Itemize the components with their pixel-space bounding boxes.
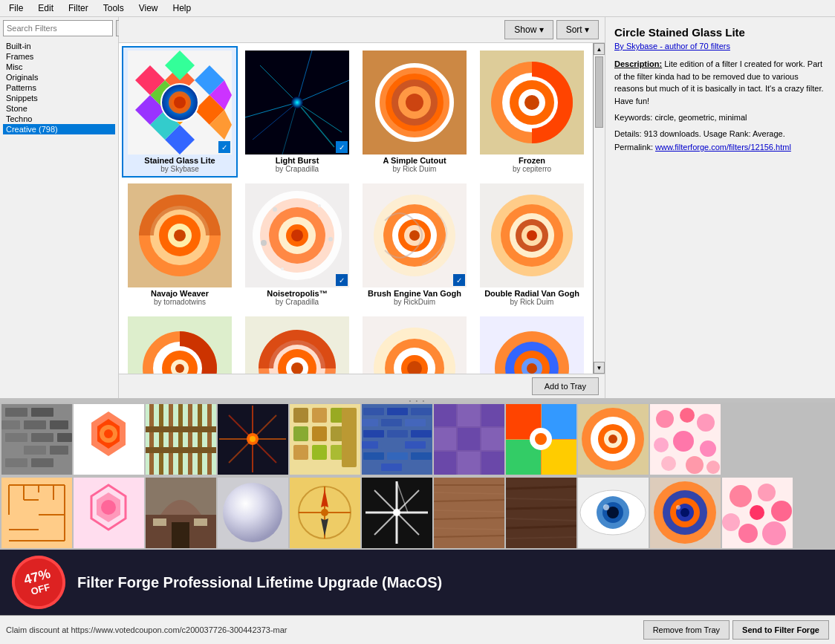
svg-rect-143	[363, 408, 384, 415]
filter-name-frozen: Frozen	[519, 156, 545, 165]
filter-grid-scroll[interactable]: ✓ Stained Glass Lite by Skybase	[119, 43, 593, 374]
tray-item-dark-burst[interactable]	[218, 404, 288, 475]
bottom-bar: Claim discount at https://www.votedcoupo…	[0, 615, 835, 644]
svg-point-55	[328, 237, 333, 241]
tray-item-purple[interactable]	[434, 404, 504, 475]
tray-item-floral[interactable]	[722, 478, 793, 548]
filter-author-noisetropolis: by Crapadilla	[276, 298, 319, 306]
filter-toolbar: Show ▾ Sort ▾	[119, 17, 605, 43]
category-creative[interactable]: Creative (798)	[3, 124, 115, 134]
filter-thumb-navajo	[128, 183, 232, 287]
tray-item-eye-ring[interactable]	[650, 478, 721, 548]
menu-file[interactable]: File	[3, 1, 29, 15]
tray-item-colorful[interactable]	[506, 404, 576, 475]
tray-item-wood[interactable]	[434, 478, 504, 548]
svg-point-257	[676, 505, 680, 510]
svg-rect-159	[381, 464, 402, 471]
svg-rect-156	[387, 452, 408, 460]
filter-item-row3-2[interactable]: Glass Balls by someone	[239, 312, 355, 374]
category-patterns[interactable]: Patterns	[3, 82, 115, 93]
filter-item-noisetropolis[interactable]: ✓ Noisetropolis™ by Crapadilla	[239, 179, 355, 310]
svg-rect-121	[207, 404, 212, 475]
tray-item-hex-pink[interactable]	[74, 478, 144, 548]
tray-item-hex-orange[interactable]	[74, 404, 144, 475]
detail-description: Description: Lite edition of a filter I …	[614, 58, 826, 107]
filter-item-double-radial[interactable]: Double Radial Van Gogh by Rick Duim	[474, 179, 590, 310]
svg-point-94	[527, 363, 537, 374]
scroll-up-button[interactable]: ▲	[594, 43, 605, 55]
details-label: Details:	[614, 129, 642, 138]
menu-filter[interactable]: Filter	[62, 1, 94, 15]
filter-item-row3-3[interactable]: Brush Van Gogh by RickDuim	[357, 312, 472, 374]
svg-rect-165	[434, 428, 456, 450]
svg-rect-96	[5, 408, 27, 417]
filter-author-cutout: by Rick Duim	[393, 165, 437, 173]
filter-grid-area: ✓ Stained Glass Lite by Skybase	[119, 43, 605, 374]
filter-thumb-row3-3	[363, 316, 467, 374]
tray-item-flowers[interactable]	[650, 404, 721, 475]
menu-edit[interactable]: Edit	[32, 1, 59, 15]
filter-item-brush-van-gogh[interactable]: ✓ Brush Engine Van Gogh by RickDuim	[357, 179, 472, 310]
tray-item-brick-blue[interactable]	[362, 404, 432, 475]
svg-point-130	[250, 436, 256, 442]
svg-point-30	[406, 94, 423, 111]
tray-item-maze[interactable]	[1, 478, 72, 548]
permalink-link[interactable]: www.filterforge.com/filters/12156.html	[655, 143, 791, 152]
tray-item-wood-dark[interactable]	[506, 478, 576, 548]
svg-rect-151	[411, 430, 432, 438]
category-frames[interactable]: Frames	[3, 51, 115, 62]
filter-item-stained-glass[interactable]: ✓ Stained Glass Lite by Skybase	[122, 46, 238, 178]
filter-item-cutout[interactable]: A Simple Cutout by Rick Duim	[357, 46, 472, 178]
svg-rect-167	[481, 428, 504, 450]
svg-rect-99	[24, 420, 46, 429]
category-originals[interactable]: Originals	[3, 72, 115, 82]
filter-item-navajo[interactable]: Navajo Weaver by tornadotwins	[122, 179, 238, 310]
tray-item-mosaic[interactable]	[290, 404, 360, 475]
add-to-tray-button[interactable]: Add to Tray	[532, 377, 599, 395]
svg-point-44	[174, 230, 186, 241]
svg-rect-146	[362, 419, 378, 426]
tray-item-brick[interactable]	[1, 404, 72, 475]
tray-item-arch[interactable]	[146, 478, 216, 548]
svg-point-260	[758, 484, 776, 501]
tray-item-ring-photo[interactable]	[578, 404, 649, 475]
svg-rect-120	[198, 404, 202, 475]
remove-from-tray-button[interactable]: Remove from Tray	[643, 620, 730, 640]
svg-rect-105	[24, 446, 46, 455]
category-stone[interactable]: Stone	[3, 103, 115, 114]
tray-item-sphere[interactable]	[218, 478, 288, 548]
category-snippets[interactable]: Snippets	[3, 93, 115, 103]
category-techno[interactable]: Techno	[3, 114, 115, 124]
filter-author-double-radial: by Rick Duim	[510, 298, 554, 306]
scroll-down-button[interactable]: ▼	[594, 362, 605, 374]
svg-rect-138	[293, 445, 308, 460]
checkmark-light-burst: ✓	[336, 141, 348, 153]
tray-item-black-burst[interactable]	[362, 478, 432, 548]
filter-name-double-radial: Double Radial Van Gogh	[484, 289, 579, 298]
tray-item-eye-blue[interactable]	[578, 478, 649, 548]
send-to-filter-forge-button[interactable]: Send to Filter Forge	[732, 620, 829, 640]
filter-item-frozen[interactable]: Frozen by cepiterro	[474, 46, 590, 178]
detail-by-link[interactable]: By Skybase - author of 70 filters	[614, 42, 730, 51]
show-button[interactable]: Show ▾	[504, 20, 553, 39]
menu-tools[interactable]: Tools	[97, 1, 130, 15]
search-input[interactable]	[3, 20, 113, 36]
category-misc[interactable]: Misc	[3, 62, 115, 72]
filter-author-frozen: by cepiterro	[513, 165, 551, 173]
tray-row-1	[0, 403, 835, 476]
tray-item-compass[interactable]	[290, 478, 360, 548]
filter-item-row3-1[interactable]: ✓ Color Halftone Dots by someone	[122, 312, 238, 374]
svg-rect-141	[342, 408, 357, 467]
filter-item-light-burst[interactable]: ✓ Light Burst by Crapadilla	[239, 46, 355, 178]
menu-view[interactable]: View	[133, 1, 164, 15]
filter-name-navajo: Navajo Weaver	[151, 289, 209, 298]
sort-button[interactable]: Sort ▾	[556, 20, 599, 39]
menu-help[interactable]: Help	[167, 1, 198, 15]
svg-rect-153	[381, 441, 402, 449]
filter-item-row3-4[interactable]: Double Radial by someone	[474, 312, 590, 374]
category-built-in[interactable]: Built-in	[3, 41, 115, 51]
grid-scrollbar[interactable]: ▲ ▼	[593, 43, 605, 374]
tray-item-fence[interactable]	[146, 404, 216, 475]
svg-point-187	[697, 414, 715, 432]
filter-grid: ✓ Stained Glass Lite by Skybase	[119, 43, 593, 374]
